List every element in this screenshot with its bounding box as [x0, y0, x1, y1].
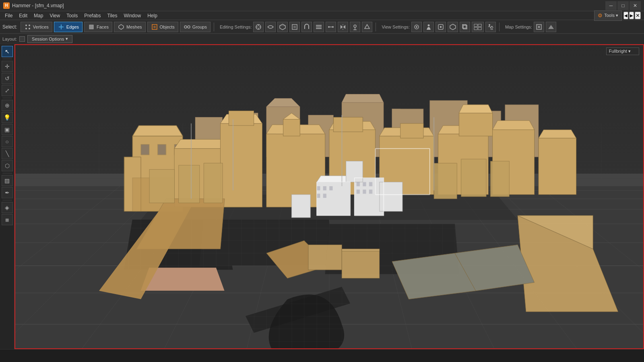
sidebar-max-btn[interactable]: ▶	[629, 12, 634, 19]
maximize-button[interactable]: □	[617, 1, 629, 10]
layout-checkbox[interactable]	[19, 36, 25, 42]
tool-entity[interactable]: ◈	[2, 202, 13, 213]
tool-cut[interactable]: ╲	[2, 148, 13, 159]
sidebar-close-btn[interactable]: ✕	[635, 12, 641, 19]
menu-help[interactable]: Help	[144, 12, 161, 19]
tools-dropdown-button[interactable]: ⚙ Tools ▾	[594, 10, 622, 21]
sep2	[376, 23, 376, 31]
svg-point-51	[489, 24, 490, 26]
title-text: Hammer - [sfm_4.vmap]	[12, 3, 64, 8]
menu-prefabs[interactable]: Prefabs	[81, 12, 104, 19]
vertices-icon	[24, 23, 31, 31]
edit-grid-button[interactable]	[265, 22, 276, 32]
edit-hat-button[interactable]	[362, 22, 372, 32]
tool-scale[interactable]: ⤢	[2, 85, 13, 96]
edit-magnet-button[interactable]	[301, 22, 312, 32]
tool-tex[interactable]: ▦	[2, 214, 13, 225]
svg-rect-23	[316, 25, 322, 26]
map-set1[interactable]	[534, 22, 544, 32]
edges-label: Edges	[66, 25, 79, 29]
select-faces-button[interactable]: Faces	[84, 22, 112, 32]
tool-rotate[interactable]: ↺	[2, 73, 13, 84]
tool-paint[interactable]: ⬡	[2, 160, 13, 171]
scene-view	[15, 45, 643, 348]
menu-view[interactable]: View	[46, 12, 63, 19]
menu-map[interactable]: Map	[31, 12, 46, 19]
edit-align-button[interactable]	[314, 22, 324, 32]
view-cube-button[interactable]	[460, 22, 470, 32]
svg-rect-169	[323, 194, 326, 198]
map-set2[interactable]	[546, 22, 556, 32]
tool-sep3	[2, 173, 12, 173]
svg-point-36	[416, 26, 417, 28]
tool-block[interactable]: ▣	[2, 124, 13, 135]
minimize-button[interactable]: ─	[605, 1, 617, 10]
select-edges-button[interactable]: Edges	[54, 22, 83, 32]
view-light-button[interactable]	[436, 22, 446, 32]
select-objects-button[interactable]: Objects	[147, 22, 178, 32]
menu-window[interactable]: Window	[120, 12, 144, 19]
tool-displace[interactable]: ▨	[2, 175, 13, 186]
select-groups-button[interactable]: Groups	[180, 22, 211, 32]
edit-3d-button[interactable]	[277, 22, 288, 32]
menu-edit[interactable]: Edit	[16, 12, 31, 19]
svg-rect-173	[357, 189, 360, 193]
svg-point-9	[153, 26, 156, 28]
view-cam-button[interactable]	[411, 22, 422, 32]
tool-sep1	[2, 59, 12, 59]
view-run-button[interactable]	[485, 22, 496, 32]
objects-label: Objects	[160, 25, 175, 29]
svg-rect-141	[291, 195, 310, 218]
toolbar2: Layout: Session Options ▾	[0, 34, 644, 44]
svg-marker-101	[132, 125, 183, 136]
tool-add[interactable]: ⊕	[2, 100, 13, 111]
main-toolbar: Select: Vertices Edges Faces Meshes Obje…	[0, 20, 644, 34]
svg-marker-138	[317, 176, 350, 182]
svg-point-11	[188, 26, 190, 28]
tool-eyedrop[interactable]: ✒	[2, 187, 13, 198]
svg-rect-155	[434, 163, 457, 199]
svg-rect-148	[342, 249, 380, 278]
edit-phy-button[interactable]	[350, 22, 360, 32]
svg-rect-156	[461, 159, 486, 197]
tool-move[interactable]: ✛	[2, 61, 13, 72]
tool-light[interactable]: 💡	[2, 112, 13, 123]
sidebar-min-btn[interactable]: ◀	[623, 12, 628, 19]
menu-file[interactable]: File	[2, 12, 16, 19]
view-grid-button[interactable]	[472, 22, 484, 32]
menu-tiles[interactable]: Tiles	[104, 12, 121, 19]
view-box-button[interactable]	[448, 22, 458, 32]
svg-rect-165	[317, 186, 320, 190]
meshes-icon	[118, 23, 125, 31]
edges-icon	[58, 23, 65, 31]
svg-rect-172	[369, 182, 372, 186]
edit-snap-button[interactable]	[253, 22, 264, 32]
select-vertices-button[interactable]: Vertices	[21, 22, 52, 32]
edit-connect-button[interactable]	[326, 22, 336, 32]
tool-sphere[interactable]: ○	[2, 136, 13, 147]
menu-tools[interactable]: Tools	[63, 12, 81, 19]
select-meshes-button[interactable]: Meshes	[114, 22, 146, 32]
svg-rect-126	[539, 138, 576, 194]
left-sidebar: ↖ ✛ ↺ ⤢ ⊕ 💡 ▣ ○ ╲ ⬡ ▨ ✒ ◈ ▦	[0, 44, 14, 349]
svg-marker-40	[450, 24, 456, 30]
edit-snap2-button[interactable]	[289, 22, 300, 32]
svg-rect-104	[141, 144, 149, 155]
session-options-button[interactable]: Session Options ▾	[27, 35, 72, 43]
groups-icon	[184, 23, 191, 31]
svg-rect-157	[490, 161, 509, 197]
svg-point-26	[328, 26, 330, 28]
viewport-mode-dropdown[interactable]: Fullbright ▾	[606, 47, 639, 55]
close-button[interactable]: ✕	[630, 1, 641, 10]
svg-point-27	[332, 26, 334, 28]
svg-rect-171	[363, 182, 366, 186]
edit-mirror-button[interactable]	[338, 22, 348, 32]
svg-rect-152	[149, 169, 174, 203]
tool-sep2	[2, 98, 12, 98]
tool-select[interactable]: ↖	[2, 46, 13, 57]
view-person-button[interactable]	[423, 22, 434, 32]
svg-rect-175	[369, 189, 372, 193]
menu-bar: File Edit Map View Tools Prefabs Tiles W…	[0, 11, 644, 20]
svg-marker-129	[459, 105, 492, 113]
svg-marker-149	[342, 249, 380, 251]
